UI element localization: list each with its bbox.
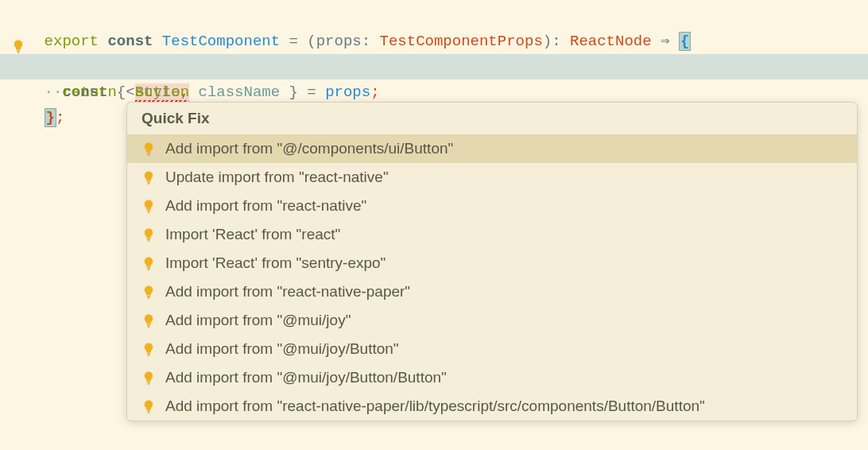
code-line-1[interactable]: export const TestComponent = (props: Tes… [0,3,868,29]
lightbulb-icon [141,227,156,242]
close-brace: } [45,108,56,127]
lightbulb-icon [141,142,156,156]
semicolon: ; [56,109,64,126]
quick-fix-item-label: Import 'React' from "react" [165,226,340,243]
quick-fix-item[interactable]: Add import from "react-native-paper/lib/… [127,392,857,421]
quick-fix-item[interactable]: Add import from "@mui/joy/Button" [127,335,857,363]
quick-fix-item[interactable]: Add import from "react-native" [127,192,857,220]
lightbulb-icon [141,342,156,356]
quick-fix-popup: Quick Fix Add import from "@/components/… [126,102,858,421]
quick-fix-item[interactable]: Add import from "@mui/joy" [127,306,857,335]
lightbulb-icon [141,370,156,385]
lightbulb-icon [141,199,156,213]
quick-fix-item[interactable]: Add import from "@mui/joy/Button/Button" [127,363,857,392]
quick-fix-item-label: Import 'React' from "sentry-expo" [165,254,386,272]
quick-fix-item-label: Update import from "react-native" [165,169,389,186]
lightbulb-icon [141,313,156,328]
quick-fix-item-label: Add import from "react-native-paper" [165,283,410,301]
quick-fix-item-label: Add import from "@mui/joy" [165,312,351,329]
quick-fix-item-label: Add import from "@mui/joy/Button" [165,340,399,358]
lightbulb-icon [141,256,156,270]
code-line-3[interactable]: ··return <Button [0,54,868,80]
quick-fix-item[interactable]: Update import from "react-native" [127,163,857,192]
popup-title: Quick Fix [127,103,857,134]
code-editor[interactable]: export const TestComponent = (props: Tes… [0,0,868,105]
quick-fix-item-label: Add import from "react-native-paper/lib/… [165,398,705,415]
code-line-2[interactable]: const { style, className } = props; [0,29,868,54]
quick-fix-item[interactable]: Import 'React' from "sentry-expo" [127,249,857,277]
quick-fix-item[interactable]: Import 'React' from "react" [127,220,857,249]
quick-fix-item[interactable]: Add import from "react-native-paper" [127,277,857,306]
lightbulb-icon [141,399,156,413]
popup-items-container: Add import from "@/components/ui/Button"… [127,134,857,421]
lightbulb-icon [141,170,156,184]
quick-fix-item[interactable]: Add import from "@/components/ui/Button" [127,134,857,163]
quick-fix-item-label: Add import from "@mui/joy/Button/Button" [165,369,447,386]
lightbulb-icon [141,285,156,299]
quick-fix-item-label: Add import from "react-native" [165,197,366,215]
quick-fix-item-label: Add import from "@/components/ui/Button" [165,140,453,157]
